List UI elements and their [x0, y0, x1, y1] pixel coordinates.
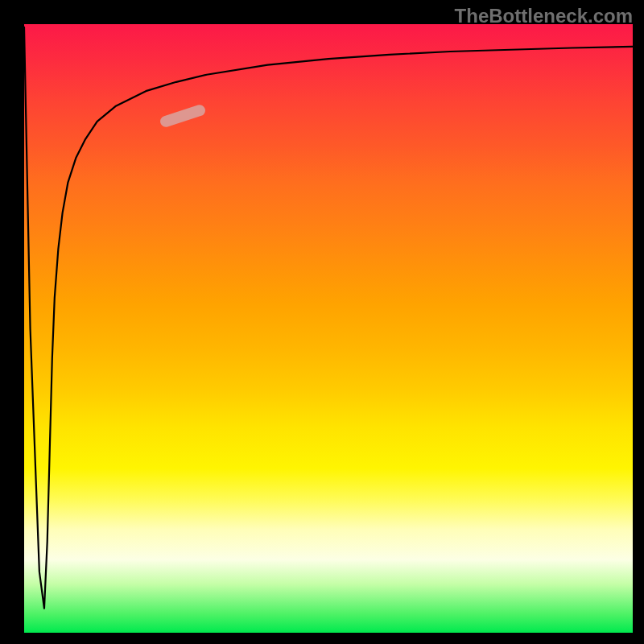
watermark-text: TheBottleneck.com	[455, 5, 633, 27]
bottleneck-curve	[24, 24, 633, 633]
chart-frame: TheBottleneck.com	[0, 0, 644, 644]
